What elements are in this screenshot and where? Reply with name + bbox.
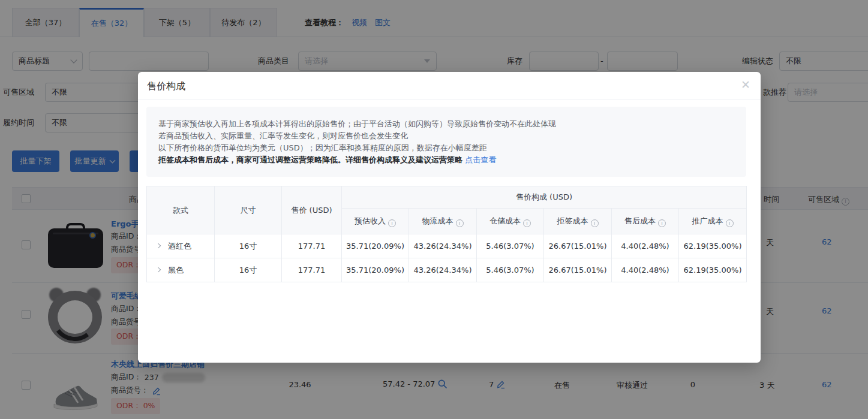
logistics-cost-value: 43.26(24.34%) bbox=[409, 234, 477, 258]
warehouse-cost-value: 5.46(3.07%) bbox=[477, 258, 544, 282]
style-value: 黑色 bbox=[168, 266, 184, 275]
warehouse-cost-value: 5.46(3.07%) bbox=[477, 234, 544, 258]
info-icon[interactable] bbox=[388, 219, 396, 227]
page-root: 全部（37） 在售（32） 下架（5） 待发布（2） 查看教程： 视频 图文 商… bbox=[0, 0, 868, 419]
notice-line-4: 拒签成本和售后成本，商家可通过调整运营策略降低。详细售价构成释义及建议运营策略 … bbox=[158, 154, 734, 166]
expand-chevron-icon[interactable] bbox=[156, 243, 161, 248]
price-value: 177.71 bbox=[282, 234, 342, 258]
size-value: 16寸 bbox=[215, 234, 282, 258]
logistics-cost-value: 43.26(24.34%) bbox=[409, 258, 477, 282]
promotion-cost-value: 62.19(35.00%) bbox=[679, 234, 747, 258]
notice-line-3: 以下所有价格的货币单位均为美元（USD）；因为汇率和换算精度的原因，数据存在小幅… bbox=[158, 142, 734, 154]
column-header-aftersale-cost: 售后成本 bbox=[612, 209, 679, 234]
column-header-size: 尺寸 bbox=[215, 186, 282, 234]
style-cell: 黑色 bbox=[147, 258, 215, 282]
view-details-link[interactable]: 点击查看 bbox=[465, 155, 496, 164]
info-icon[interactable] bbox=[523, 219, 531, 227]
column-label: 推广成本 bbox=[692, 216, 723, 225]
modal-title: 售价构成 bbox=[147, 80, 185, 93]
column-label: 售后成本 bbox=[624, 216, 656, 225]
column-header-estimated-income: 预估收入 bbox=[342, 209, 409, 234]
column-header-style: 款式 bbox=[147, 186, 215, 234]
info-icon[interactable] bbox=[456, 219, 464, 227]
notice-line-2: 若商品预估收入、实际重量、汇率等发生变化，则对应售价也会发生变化 bbox=[158, 130, 734, 142]
price-notice: 基于商家预估收入再加上各项成本计算得出的原始售价；由于平台活动（如闪购等）导致原… bbox=[146, 107, 746, 177]
column-header-promotion-cost: 推广成本 bbox=[679, 209, 747, 234]
info-icon[interactable] bbox=[591, 219, 599, 227]
table-row: 酒红色 16寸 177.71 35.71(20.09%) 43.26(24.34… bbox=[147, 234, 747, 258]
close-icon[interactable] bbox=[739, 78, 752, 91]
column-header-logistics-cost: 物流成本 bbox=[409, 209, 477, 234]
price-composition-table: 款式 尺寸 售价 (USD) 售价构成 (USD) 预估收入 物流成本 仓储成本… bbox=[146, 186, 747, 282]
estimated-income-value: 35.71(20.09%) bbox=[342, 234, 409, 258]
style-value: 酒红色 bbox=[168, 242, 191, 251]
column-label: 物流成本 bbox=[422, 216, 453, 225]
table-row: 黑色 16寸 177.71 35.71(20.09%) 43.26(24.34%… bbox=[147, 258, 747, 282]
info-icon[interactable] bbox=[726, 219, 734, 227]
rejection-cost-value: 26.67(15.01%) bbox=[544, 234, 612, 258]
aftersale-cost-value: 4.40(2.48%) bbox=[612, 234, 679, 258]
column-header-price: 售价 (USD) bbox=[282, 186, 342, 234]
column-label: 拒签成本 bbox=[557, 216, 588, 225]
column-label: 预估收入 bbox=[355, 216, 386, 225]
price-value: 177.71 bbox=[282, 258, 342, 282]
promotion-cost-value: 62.19(35.00%) bbox=[679, 258, 747, 282]
aftersale-cost-value: 4.40(2.48%) bbox=[612, 258, 679, 282]
column-header-rejection-cost: 拒签成本 bbox=[544, 209, 612, 234]
column-header-warehouse-cost: 仓储成本 bbox=[477, 209, 544, 234]
estimated-income-value: 35.71(20.09%) bbox=[342, 258, 409, 282]
info-icon[interactable] bbox=[658, 219, 666, 227]
column-label: 仓储成本 bbox=[489, 216, 521, 225]
expand-chevron-icon[interactable] bbox=[156, 267, 161, 272]
size-value: 16寸 bbox=[215, 258, 282, 282]
column-group-composition: 售价构成 (USD) bbox=[342, 186, 747, 209]
rejection-cost-value: 26.67(15.01%) bbox=[544, 258, 612, 282]
notice-line-1: 基于商家预估收入再加上各项成本计算得出的原始售价；由于平台活动（如闪购等）导致原… bbox=[158, 118, 734, 130]
price-composition-modal: 售价构成 基于商家预估收入再加上各项成本计算得出的原始售价；由于平台活动（如闪购… bbox=[138, 72, 761, 363]
modal-divider bbox=[138, 100, 761, 100]
notice-line-4-text: 拒签成本和售后成本，商家可通过调整运营策略降低。详细售价构成释义及建议运营策略 bbox=[158, 155, 462, 164]
style-cell: 酒红色 bbox=[147, 234, 215, 258]
